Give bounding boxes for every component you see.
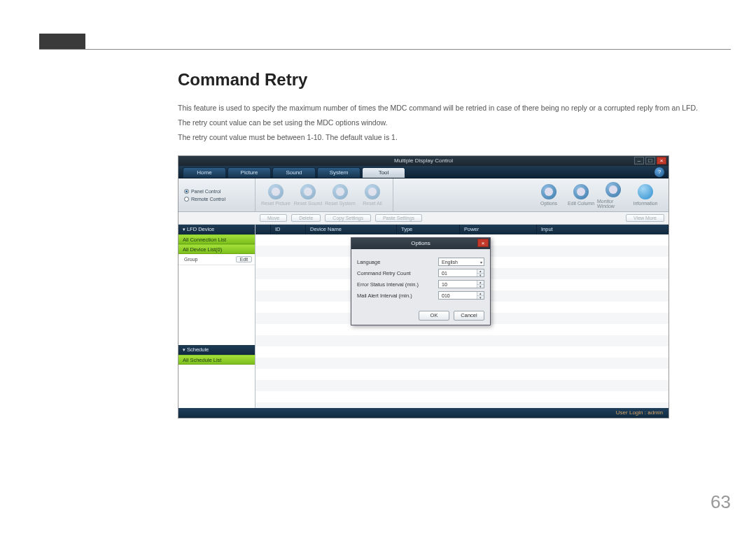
header-thick-segment [39,34,85,49]
main-pane: ID Device Name Type Power Input Options … [255,225,668,408]
sidebar-all-device-list[interactable]: All Device List(0) [178,244,255,254]
options-dialog: Options × Language English ▾ [351,237,491,325]
action-bar: Move Delete Copy Settings Paste Settings… [178,212,668,225]
window-title: Multiple Display Control [394,157,453,164]
tool-group-right: Options Edit Column Monitor Window Infor… [528,178,666,211]
tab-picture[interactable]: Picture [227,167,271,178]
col-input[interactable]: Input [537,225,668,234]
document-content: Command Retry This feature is used to sp… [178,70,731,419]
options-button[interactable]: Options [533,184,565,206]
language-label: Language [357,259,438,265]
language-value: English [442,260,458,265]
copy-settings-button[interactable]: Copy Settings [325,214,371,222]
monitor-window-label: Monitor Window [597,199,629,209]
reset-picture-button[interactable]: Reset Picture [260,184,292,206]
col-type[interactable]: Type [397,225,460,234]
menu-tabs: Home Picture Sound System Tool ? [178,166,668,178]
reset-picture-label: Reset Picture [261,201,290,206]
spin-down-icon[interactable]: ▾ [477,273,484,276]
information-label: Information [633,201,657,206]
edit-column-label: Edit Column [568,201,594,206]
chevron-down-icon: ▾ [480,260,482,265]
page-number: 63 [710,491,731,513]
tab-home[interactable]: Home [183,167,226,178]
mail-interval-label: Mail Alert Interval (min.) [357,293,438,299]
edit-column-button[interactable]: Edit Column [565,184,597,206]
sidebar-group-row: Group Edit [178,254,255,265]
ribbon: Panel Control Remote Control Reset Pictu… [178,178,668,212]
sidebar-schedule-header[interactable]: Schedule [178,345,255,355]
information-button[interactable]: Information [629,184,662,206]
gear-icon [365,184,380,199]
radio-icon [184,197,189,202]
gear-icon [573,184,589,199]
error-interval-spinner[interactable]: 10 ▴▾ [438,280,484,288]
sidebar-all-connection-list[interactable]: All Connection List [178,234,255,244]
panel-control-radio[interactable]: Panel Control [184,189,252,194]
reset-system-label: Reset System [325,201,356,206]
maximize-button[interactable]: □ [645,157,655,164]
window-titlebar: Multiple Display Control – □ × [178,156,668,166]
reset-group: Reset Picture Reset Sound Reset System R… [255,178,393,211]
tab-sound[interactable]: Sound [272,167,316,178]
body-text: The retry count value must be between 1-… [178,132,731,143]
remote-control-label: Remote Control [191,197,225,202]
dialog-close-button[interactable]: × [477,239,489,247]
options-label: Options [540,201,557,206]
col-id[interactable]: ID [271,225,306,234]
edit-button[interactable]: Edit [236,256,252,262]
error-interval-label: Error Status Interval (min.) [357,281,438,288]
help-icon[interactable]: ? [654,167,664,177]
minimize-button[interactable]: – [634,157,644,164]
gear-icon [300,184,316,199]
retry-count-spinner[interactable]: 01 ▴▾ [438,269,484,277]
remote-control-radio[interactable]: Remote Control [184,197,252,202]
delete-button[interactable]: Delete [291,214,321,222]
close-button[interactable]: × [657,157,666,164]
spin-down-icon[interactable]: ▾ [477,295,484,299]
cancel-button[interactable]: Cancel [454,311,484,321]
info-icon [638,184,653,199]
sidebar-fill [178,365,255,408]
col-device-name[interactable]: Device Name [306,225,397,234]
control-mode-group: Panel Control Remote Control [181,178,255,211]
dialog-titlebar: Options × [351,238,490,249]
table-header: ID Device Name Type Power Input [255,225,668,234]
mail-interval-value: 010 [439,293,477,298]
status-user-login: User Login : admin [616,409,663,416]
view-more-button[interactable]: View More [626,214,664,222]
sidebar-lfd-header[interactable]: LFD Device [178,225,255,234]
paste-settings-button[interactable]: Paste Settings [375,214,422,222]
gear-icon [332,184,348,199]
reset-all-label: Reset All [363,201,382,206]
sidebar-group-label: Group [184,257,197,262]
panel-control-label: Panel Control [191,189,220,194]
mail-interval-spinner[interactable]: 010 ▴▾ [438,291,484,300]
reset-sound-label: Reset Sound [294,201,322,206]
retry-count-label: Command Retry Count [357,270,438,276]
tab-system[interactable]: System [317,167,360,178]
gear-icon [268,184,284,199]
tab-tool[interactable]: Tool [362,167,405,178]
monitor-window-button[interactable]: Monitor Window [597,182,629,209]
reset-system-button[interactable]: Reset System [324,184,356,206]
reset-sound-button[interactable]: Reset Sound [292,184,324,206]
ok-button[interactable]: OK [419,311,449,321]
radio-icon [184,189,189,194]
col-check[interactable] [255,225,271,234]
status-bar: User Login : admin [178,408,668,418]
gear-icon [606,182,621,197]
table-grid: Options × Language English ▾ [255,234,668,408]
col-power[interactable]: Power [460,225,537,234]
reset-all-button[interactable]: Reset All [356,184,388,206]
language-select[interactable]: English ▾ [438,258,484,266]
screenshot-app: Multiple Display Control – □ × Home Pict… [178,155,669,419]
sidebar-all-schedule-list[interactable]: All Schedule List [178,355,255,365]
body-text: This feature is used to specify the maxi… [178,102,731,114]
body-text: The retry count value can be set using t… [178,117,731,129]
header-rule [39,49,731,50]
spin-down-icon[interactable]: ▾ [477,284,484,288]
dialog-title: Options [411,240,430,246]
move-button[interactable]: Move [260,214,287,222]
retry-count-value: 01 [439,271,477,276]
